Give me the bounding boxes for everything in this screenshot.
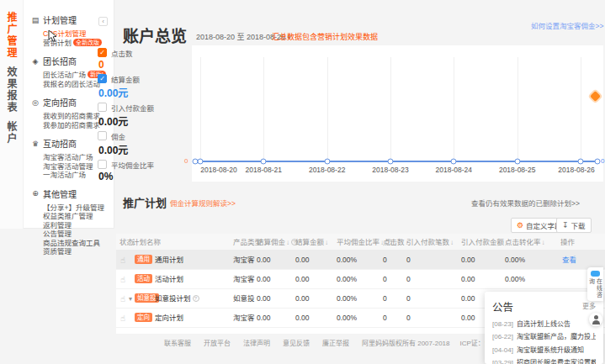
footer-link[interactable]: 联系客服 [164,340,191,347]
metric-selector-list: ✓点击数0✓结算金额0.00元引入付款金额0.00元佣金0.00元平均佣金比率0… [98,47,190,185]
view-link[interactable]: 查看 [562,251,576,270]
sidebar-item[interactable]: 商品违规查询工具 [43,239,114,248]
column-label: 点击数 [383,238,405,246]
column-label: 引入付款金额 [461,238,504,246]
sort-desc-icon[interactable]: ↓ [286,239,289,246]
cell-product: 淘宝客 [233,251,255,270]
info-icon[interactable]: ? [193,295,199,302]
checkbox-icon[interactable] [98,160,107,169]
commission-rule-link[interactable]: 佣金计算规则解读>> [170,198,236,208]
right-axis-tick: 0 [601,157,604,165]
thumb-up-icon[interactable]: ☝ [120,251,125,270]
announcement-date: [06-22] [492,333,513,340]
deleted-plans-link[interactable]: 查看仍有效果数据的已删除计划>> [471,198,580,208]
sidebar-item-label: 权益类推广管理 [43,212,93,220]
announcements-more-link[interactable]: 更多 [582,301,596,310]
column-header-5[interactable]: 结算金额↓ [295,234,328,251]
footer-link[interactable]: 法律声明 [243,340,270,347]
sidebar-item[interactable]: 【分享+】升级管理 [43,203,114,213]
sidebar-item-label: 【分享+】升级管理 [43,203,104,212]
sidebar-item[interactable]: 资质管理 [43,247,114,256]
sidebar-item[interactable]: 返利管理 [43,221,114,230]
checkbox-icon[interactable]: ✓ [98,74,107,83]
sidebar-item[interactable]: 公告管理 [43,229,114,239]
sidebar-item-label: 返利管理 [43,221,72,229]
sort-desc-icon[interactable]: ↓ [450,239,454,246]
new-badge: 全新改版 [73,39,102,46]
chat-widget-label: 在线咨询 [588,278,603,301]
sort-desc-icon[interactable]: ↓ [325,239,328,246]
rail-tab-3[interactable]: 帐户 [4,121,19,145]
column-label: 点击转化率 [505,238,541,246]
rail-tab-1[interactable]: 推广管理 [4,12,19,59]
checkbox-icon[interactable] [98,131,107,140]
metric-value: 0.00元 [98,85,190,99]
metric-value: 0.00元 [98,142,190,156]
metric-checkbox-row[interactable]: 佣金 [98,130,190,141]
chevron-down-icon[interactable]: ▾ [129,289,132,309]
metric-checkbox-row[interactable]: 平均佣金比率 [98,159,190,170]
metric-checkbox-row[interactable]: 引入付款金额 [98,102,190,113]
metric-block-3: 引入付款金额0.00元 [98,102,190,128]
thumb-up-icon[interactable]: ☝ [120,289,125,309]
metric-value: 0% [98,171,190,182]
thumb-up-icon[interactable]: ☝ [120,270,125,289]
summary-notice: 汇总数据包含营销计划效果数据 [272,31,378,42]
sidebar-section-header[interactable]: ⊕其他管理 [31,187,114,200]
announcement-item[interactable]: [04-04]淘宝联盟系统升级通知 [492,345,596,354]
metric-value: 0.00元 [98,113,190,128]
group-icon: ◈ [31,57,40,66]
sidebar-section-title: 其他管理 [43,187,77,200]
column-header-9[interactable]: 引入付款金额↓ [461,234,508,251]
sidebar-section-title: 计划管理 [43,13,77,26]
sidebar-item[interactable]: 营销计划全新改版 [43,39,114,48]
column-header-8[interactable]: 引入付款笔数↓ [406,234,454,251]
rail-tab-2[interactable]: 效果报表 [4,66,19,113]
column-header-7[interactable]: 点击数↓ [383,234,409,251]
announcement-date: [03-29] [492,359,513,364]
commission-help-link[interactable]: 如何设置淘宝客佣金>> [531,20,603,30]
thumb-up-icon[interactable]: ☝ [120,309,125,328]
metric-checkbox-row[interactable]: ✓点击数 [98,47,190,58]
metric-block-4: 佣金0.00元 [98,130,190,156]
announcement-text: 自选计划上线公告 [517,320,571,328]
cell-cvr: 0.00% [505,251,525,270]
announcements-title: 公告 [492,298,596,314]
cell-pay_count: 0 [406,309,411,328]
cell-settle_commission: 0.00 [257,251,271,270]
checkbox-icon[interactable]: ✓ [98,48,107,57]
table-row[interactable]: ☝活动活动计划淘宝客0.000.000.00%000.000.00% [116,270,605,289]
sort-desc-icon[interactable]: ↓ [542,239,545,246]
metric-checkbox-row[interactable]: ✓结算金额 [98,73,190,84]
footer-link[interactable]: 廉正举报 [322,340,349,347]
column-label: 操作 [560,238,575,246]
table-row[interactable]: ☝通用通用计划淘宝客0.000.000.00%000.000.00%查看 [116,251,605,270]
download-button[interactable]: ↧下载 [556,218,592,233]
metric-block-5: 平均佣金比率0% [98,159,190,182]
customer-service-icon[interactable] [589,313,602,326]
x-axis-label: 2018-08-23 [365,166,416,174]
sidebar-item-label: 我报名的团长活动 [43,80,100,88]
announcement-item[interactable]: [08-23]自选计划上线公告 [492,319,596,328]
cell-settle_amount: 0.00 [295,251,310,270]
sidebar-item[interactable]: 权益类推广管理 [43,212,114,221]
footer-link[interactable]: 意见反馈 [283,340,310,347]
plan-type-badge-label: 定向 [135,313,152,322]
sidebar-item[interactable]: CPS计划管理 [43,29,114,39]
footer-link[interactable]: 开放平台 [204,340,231,347]
online-chat-widget[interactable]: 在线咨询 [587,267,603,301]
column-header-4[interactable]: 结算佣金↓? [257,234,298,251]
column-header-10[interactable]: 点击转化率↓ [505,234,545,251]
cell-clicks: 0 [383,251,387,270]
metric-label: 点击数 [111,48,133,58]
plan-type-badge-label: 活动 [135,274,152,283]
sidebar-collapse-button[interactable]: ‹ [98,17,108,26]
chart-gridline [454,57,454,161]
announcement-item[interactable]: [06-22]淘宝联盟新产品，魔力投上线啦 [492,331,596,340]
column-label: 引入付款笔数 [406,238,449,246]
announcement-item[interactable]: [03-29]招商团长服务费卖家设置教程 [492,357,596,364]
checkbox-icon[interactable] [98,103,107,112]
plan-type-badge: 通用 [135,251,152,270]
cell-avg_rate: 0.00% [337,270,357,289]
metric-label: 佣金 [111,131,125,141]
